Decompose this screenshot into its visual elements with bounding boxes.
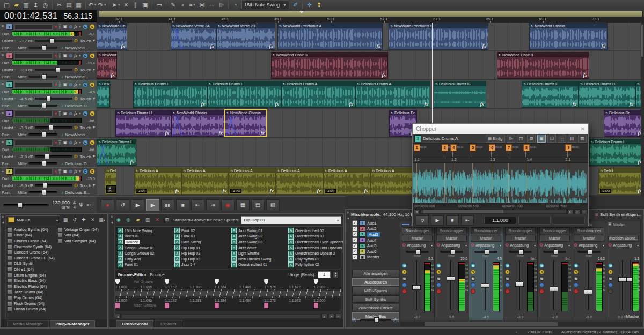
mixer-track-row-aud5[interactable]: ✓5Aud5 [352, 243, 398, 249]
chevron-down-icon[interactable]: ▾ [93, 38, 95, 43]
nach-groove-marker[interactable] [314, 303, 318, 308]
pan-slider[interactable] [543, 251, 566, 253]
strip-mute-icon[interactable]: ● [505, 282, 510, 287]
close-icon[interactable]: ✕ [111, 215, 114, 219]
stop-icon[interactable]: ▣ [63, 82, 68, 87]
groove-list-item[interactable]: AJazz 5-4 [174, 262, 201, 268]
mixer-track-row-master[interactable]: ✓▣Master [352, 255, 398, 260]
audio-clip[interactable]: ↻Delicious Drums Efx [207, 81, 281, 108]
group-button[interactable]: G [83, 169, 88, 174]
fader-track[interactable] [416, 260, 417, 310]
audio-clip[interactable]: ↻NewWorld Verse 2Bfx [216, 23, 275, 50]
beat-marker[interactable]: 8 [523, 144, 530, 151]
group-icon[interactable]: ▣ [141, 1, 150, 9]
zoom-in-icon[interactable]: ◎+ [393, 317, 399, 323]
strip-fx-icon[interactable]: fx [608, 276, 613, 281]
group-button[interactable]: G [83, 24, 88, 29]
groove-list-item[interactable]: AHip Hop 01 [174, 245, 201, 251]
stop-button[interactable]: ■ [176, 199, 189, 211]
freeze-icon[interactable]: ◍ [69, 111, 72, 116]
monitor-icon[interactable]: ⣿ [58, 111, 62, 116]
vor-groove-marker[interactable] [264, 279, 268, 284]
freeze-icon[interactable]: ◍ [69, 24, 72, 29]
audio-clip[interactable]: ↻Delicious Afx [276, 168, 323, 195]
strip-sound-icon[interactable]: M [505, 263, 510, 268]
delete-groove-icon[interactable]: ✕ [153, 216, 161, 224]
plugin-list-item[interactable]: DLS Synth [7, 261, 56, 267]
fader-track[interactable] [485, 260, 486, 310]
chopper-print-icon[interactable]: ▤ [568, 135, 576, 143]
volume-slider[interactable] [35, 40, 72, 42]
strip-solo-icon[interactable]: S [505, 270, 510, 274]
volume-slider-handle[interactable] [55, 67, 60, 72]
stop-icon[interactable]: ▣ [63, 111, 68, 116]
tempo-slider-handle[interactable] [18, 203, 23, 208]
output-device-button[interactable]: Soundmapper [574, 227, 604, 234]
automation-gear-icon[interactable]: ⚙ [74, 154, 78, 159]
pan-slider-handle[interactable] [42, 103, 47, 108]
mixer-track-row-aud3[interactable]: ✓3Aud3 [352, 232, 398, 237]
sync-button[interactable]: ◉ [221, 199, 235, 211]
strip-mute-icon[interactable]: ● [608, 282, 613, 287]
groove-edit-icon[interactable]: ✐ [291, 1, 300, 9]
fx-badge[interactable]: fx [130, 159, 135, 165]
freeze-icon[interactable]: ◍ [69, 82, 72, 87]
range-play-button[interactable]: ▶ [131, 199, 144, 211]
panel-grip[interactable]: ✕◂⋮⋮⋮ [1, 214, 6, 327]
groove-list-item[interactable]: ABounce [118, 239, 154, 245]
vor-groove-lane[interactable]: Vor-Groove [115, 279, 341, 285]
beat-marker[interactable]: 9 [565, 144, 572, 151]
jump-start-button[interactable]: ⇤ [191, 199, 204, 211]
groove-list-item[interactable]: AJazz Swing 02 [231, 234, 271, 240]
group-button[interactable]: G [83, 82, 88, 87]
audio-clip[interactable]: ↻Delicious Drums Afx [281, 81, 355, 108]
chopper-copy-icon[interactable]: ❏ [547, 135, 556, 143]
audio-clip[interactable]: ↻Delicious Afx [370, 168, 418, 195]
groove-editor-scrollbar[interactable]: ◂ ▸ + − [115, 314, 341, 318]
audio-clip[interactable]: ↻NewWorld Choir Bfx [497, 52, 589, 79]
pan-slider[interactable] [28, 76, 57, 78]
freeze-icon[interactable]: ◍ [69, 140, 72, 145]
fader-track[interactable] [450, 260, 451, 310]
chevron-down-icon[interactable]: ▾ [79, 53, 81, 58]
beat-marker[interactable]: 6 [489, 144, 495, 151]
chevron-down-icon[interactable]: ▾ [79, 169, 81, 174]
groove-list-item[interactable]: AOverstretched Upbeat 2 [288, 250, 343, 256]
track-lane-1[interactable]: ↻NewWorld Chfx↻NewWorld Verse 2Afx↻NewWo… [97, 23, 644, 51]
pan-slider[interactable] [406, 251, 429, 253]
volume-slider-handle[interactable] [49, 38, 54, 43]
group-button[interactable]: G [83, 140, 88, 145]
track-name-input[interactable] [14, 53, 53, 59]
groove-list-item[interactable]: AEarly And [118, 256, 154, 262]
close-icon[interactable]: ✕ [347, 211, 350, 215]
fx-badge[interactable]: fx [317, 188, 321, 193]
freeze-icon[interactable]: ◍ [69, 169, 72, 174]
fx-badge[interactable]: fx [275, 101, 280, 107]
channel-strip-6[interactable]: AudioSoundmapperMaster⚙Anpassung▾Mitte-1… [572, 221, 606, 320]
instrument-name[interactable]: Delicious E... [65, 190, 90, 195]
chopper-marker-lane[interactable]: 1Beat3Beat4Beat5Beat6Beat7Beat8Beat9Beat [413, 144, 588, 157]
instrument-icon[interactable]: ♪ [61, 190, 63, 195]
automation-gear-icon[interactable]: ⚙ [74, 67, 78, 72]
fader-handle[interactable] [584, 289, 592, 294]
track-visible-checkbox[interactable]: ✓ [352, 232, 357, 237]
jump-end-button[interactable]: ⇥ [206, 199, 219, 211]
monitor-icon[interactable]: ⣿ [58, 24, 62, 29]
groove-list-item[interactable]: ALight Shuffle [231, 250, 271, 256]
automation-mode-select[interactable]: ⚙Anpassung▾ [471, 242, 501, 248]
bus-routing-button[interactable]: Master [505, 235, 536, 242]
groove-list-item[interactable]: AOverstretched 03 [288, 234, 343, 240]
automation-mode-select[interactable]: ⚙Anpassung▾ [608, 242, 639, 248]
plugin-list-item[interactable]: Cinematic Synth (64) [7, 244, 56, 250]
track-visible-checkbox[interactable]: ✓ [352, 226, 357, 232]
nach-groove-marker[interactable] [264, 303, 268, 308]
beat-marker[interactable]: 1 [414, 144, 420, 151]
volume-slider-handle[interactable] [46, 96, 51, 101]
track-visible-checkbox[interactable]: ✓ [352, 243, 357, 249]
chevron-down-icon[interactable]: ▾ [93, 183, 95, 188]
bus-routing-button[interactable]: Master [574, 235, 604, 242]
chopper-loop-button[interactable]: ↺ [416, 215, 429, 226]
stretch-icon[interactable]: ⇔ [207, 1, 216, 9]
fader-track-right[interactable] [630, 260, 631, 310]
strip-sound-icon[interactable]: M [402, 263, 407, 268]
